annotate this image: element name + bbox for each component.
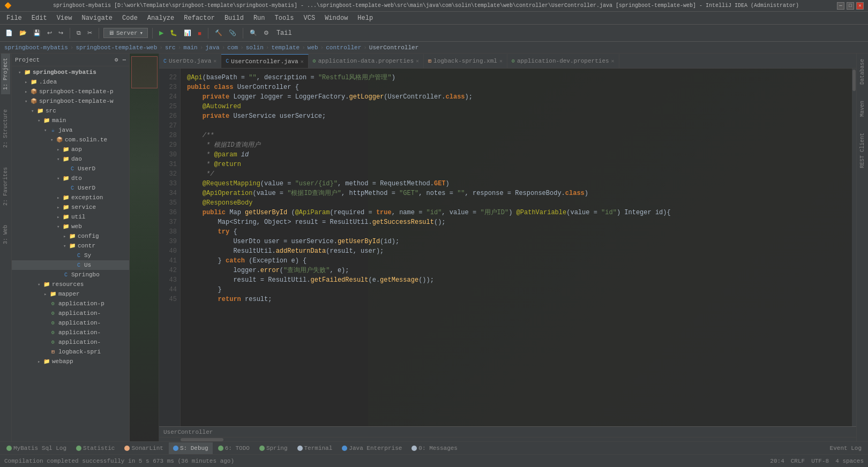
tree-us[interactable]: C Us bbox=[12, 260, 129, 270]
status-crlf[interactable]: CRLF bbox=[791, 458, 805, 464]
toolbar-redo[interactable]: ↪ bbox=[56, 28, 65, 37]
tree-java[interactable]: ▾ ☕ java bbox=[12, 125, 129, 135]
tree-mapper[interactable]: ▸ 📁 mapper bbox=[12, 289, 129, 299]
tree-aop[interactable]: ▸ 📁 aop bbox=[12, 145, 129, 154]
menu-code[interactable]: Code bbox=[118, 13, 142, 23]
server-selector[interactable]: 🖥 Server ▾ bbox=[103, 28, 148, 38]
tree-application-1[interactable]: ⚙ application- bbox=[12, 308, 129, 318]
menu-view[interactable]: View bbox=[53, 13, 77, 23]
code-content[interactable]: @Api(basePath = "", description = "Restf… bbox=[181, 69, 852, 426]
tree-root[interactable]: ▾ 📁 springboot-mybatis bbox=[12, 67, 129, 77]
tree-logback[interactable]: ⊞ logback-spri bbox=[12, 347, 129, 357]
tab-appdata[interactable]: ⚙ application-data.properties ✕ bbox=[309, 54, 424, 68]
tree-src[interactable]: ▾ 📁 src bbox=[12, 106, 129, 116]
menu-help[interactable]: Help bbox=[353, 13, 377, 23]
stop-button[interactable]: ■ bbox=[196, 29, 204, 37]
tree-idea[interactable]: ▸ 📁 .idea bbox=[12, 77, 129, 87]
tab-close-usercontroller[interactable]: ✕ bbox=[301, 58, 304, 65]
tree-template-p[interactable]: ▸ 📦 springboot-template-p bbox=[12, 87, 129, 96]
settings-button[interactable]: ⚙ bbox=[261, 28, 271, 37]
restore-button[interactable]: □ bbox=[847, 2, 854, 10]
tree-config[interactable]: ▸ 📁 config bbox=[12, 231, 129, 241]
breadcrumb-com[interactable]: com bbox=[227, 44, 238, 51]
tab-userdto[interactable]: C UserDto.java ✕ bbox=[159, 54, 221, 68]
vtab-favorites[interactable]: 2: Favorites bbox=[1, 163, 10, 210]
tree-sy[interactable]: C Sy bbox=[12, 251, 129, 260]
bottom-tab-eventlog[interactable]: Event Log bbox=[826, 442, 866, 454]
breadcrumb-src[interactable]: src bbox=[165, 44, 176, 51]
menu-build[interactable]: Build bbox=[220, 13, 248, 23]
tree-resources[interactable]: ▾ 📁 resources bbox=[12, 280, 129, 289]
toolbar-cut[interactable]: ✂ bbox=[85, 28, 94, 37]
tab-close-appdata[interactable]: ✕ bbox=[416, 58, 419, 64]
toolbar-open[interactable]: 📂 bbox=[17, 28, 29, 37]
run-button[interactable]: ▶ bbox=[157, 28, 166, 37]
right-tab-maven[interactable]: Maven bbox=[858, 95, 867, 122]
right-tab-rest[interactable]: REST Client bbox=[858, 127, 867, 174]
bottom-tab-spring[interactable]: Spring bbox=[255, 442, 292, 454]
tree-exception[interactable]: ▸ 📁 exception bbox=[12, 193, 129, 202]
breadcrumb-web[interactable]: web bbox=[308, 44, 318, 51]
breadcrumb-springboot-mybatis[interactable]: springboot-mybatis bbox=[4, 44, 68, 51]
breadcrumb-controller[interactable]: controller bbox=[326, 44, 361, 51]
bottom-tab-sonar[interactable]: SonarLint bbox=[120, 442, 167, 454]
menu-vcs[interactable]: VCS bbox=[300, 13, 320, 23]
breadcrumb-template[interactable]: template bbox=[271, 44, 300, 51]
project-settings-icon[interactable]: ⋯ bbox=[122, 56, 126, 63]
tab-close-logback[interactable]: ✕ bbox=[499, 58, 503, 64]
menu-run[interactable]: Run bbox=[249, 13, 270, 23]
h-scroll-thumb[interactable] bbox=[181, 438, 223, 441]
tree-package[interactable]: ▾ 📦 com.solin.te bbox=[12, 135, 129, 145]
breadcrumb-usercontroller[interactable]: UserController bbox=[369, 44, 418, 51]
tree-contr[interactable]: ▾ 📁 contr bbox=[12, 241, 129, 251]
status-encoding[interactable]: UTF-8 bbox=[811, 458, 829, 464]
tree-springbo[interactable]: C Springbo bbox=[12, 270, 129, 280]
menu-navigate[interactable]: Navigate bbox=[77, 13, 117, 23]
bottom-tab-mybatis[interactable]: MyBatis Sql Log bbox=[2, 442, 71, 454]
toolbar-undo[interactable]: ↩ bbox=[45, 28, 54, 37]
tree-application-3[interactable]: ⚙ application- bbox=[12, 328, 129, 337]
run-with-coverage[interactable]: 📊 bbox=[182, 28, 193, 37]
tree-application-2[interactable]: ⚙ application- bbox=[12, 318, 129, 328]
tab-logback[interactable]: ⊞ logback-spring.xml ✕ bbox=[424, 54, 507, 68]
menu-edit[interactable]: Edit bbox=[27, 13, 51, 23]
breadcrumb-solin[interactable]: solin bbox=[246, 44, 264, 51]
debug-button[interactable]: 🐛 bbox=[168, 28, 179, 37]
minimize-button[interactable]: ─ bbox=[837, 2, 844, 10]
tree-util[interactable]: ▸ 📁 util bbox=[12, 212, 129, 222]
tree-application-4[interactable]: ⚙ application- bbox=[12, 337, 129, 347]
tree-main[interactable]: ▾ 📁 main bbox=[12, 116, 129, 125]
vertical-scrollbar[interactable] bbox=[852, 69, 856, 426]
bottom-tab-enterprise[interactable]: Java Enterprise bbox=[338, 442, 406, 454]
toolbar-save[interactable]: 💾 bbox=[31, 28, 43, 37]
tab-usercontroller[interactable]: C UserController.java ✕ bbox=[221, 54, 308, 68]
code-editor[interactable]: 22 23 24 25 26 27 28 29 30 31 32 33 34 3… bbox=[159, 69, 856, 426]
scroll-thumb[interactable] bbox=[852, 70, 856, 91]
menu-tools[interactable]: Tools bbox=[271, 13, 298, 23]
bottom-tab-terminal[interactable]: Terminal bbox=[293, 442, 337, 454]
search-button[interactable]: 🔍 bbox=[248, 28, 259, 37]
tree-web[interactable]: ▾ 📁 web bbox=[12, 222, 129, 231]
breadcrumb-main[interactable]: main bbox=[183, 44, 197, 51]
build-button[interactable]: 🔨 bbox=[213, 28, 225, 37]
breadcrumb-template-web[interactable]: springboot-template-web bbox=[76, 44, 157, 51]
toolbar-new-file[interactable]: 📄 bbox=[3, 28, 15, 37]
right-tab-database[interactable]: Database bbox=[858, 54, 867, 90]
menu-file[interactable]: File bbox=[2, 13, 26, 23]
tab-close-appdev[interactable]: ✕ bbox=[611, 58, 615, 64]
project-gear-icon[interactable]: ⚙ bbox=[115, 56, 118, 63]
vtab-web[interactable]: 3: Web bbox=[1, 221, 10, 248]
horizontal-scrollbar[interactable] bbox=[159, 437, 856, 441]
status-position[interactable]: 20:4 bbox=[770, 458, 784, 464]
menu-refactor[interactable]: Refactor bbox=[179, 13, 219, 23]
tree-template-w[interactable]: ▾ 📦 springboot-template-w bbox=[12, 96, 129, 106]
tab-appdev[interactable]: ⚙ application-dev.properties ✕ bbox=[507, 54, 619, 68]
tree-dto[interactable]: ▾ 📁 dto bbox=[12, 174, 129, 183]
menu-window[interactable]: Window bbox=[320, 13, 352, 23]
menu-analyze[interactable]: Analyze bbox=[143, 13, 178, 23]
toolbar-extra[interactable]: 📎 bbox=[227, 28, 238, 37]
breadcrumb-java[interactable]: java bbox=[205, 44, 219, 51]
tab-close-userdto[interactable]: ✕ bbox=[213, 58, 216, 64]
tree-webapp[interactable]: ▸ 📁 webapp bbox=[12, 357, 129, 366]
vtab-structure[interactable]: 2: Structure bbox=[1, 105, 10, 152]
